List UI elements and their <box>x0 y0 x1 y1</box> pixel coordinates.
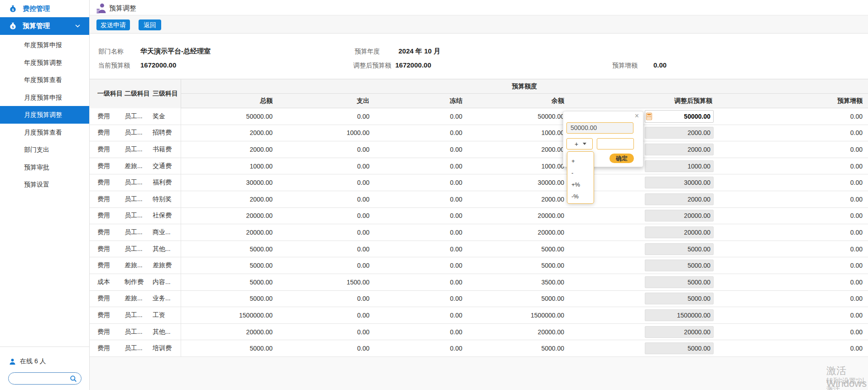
spent-cell: 0.00 <box>278 174 375 191</box>
adjusted-amount-input[interactable]: 50000.00 <box>645 110 714 123</box>
table-row: 费用员工...社保费20000.000.000.0020000.0020000.… <box>90 207 868 224</box>
current-budget-label: 当前预算额 <box>98 62 130 70</box>
level3-value: 工资 <box>153 311 181 319</box>
svg-text:$: $ <box>12 25 14 29</box>
level1-value: 费用 <box>97 195 125 203</box>
adjusted-amount-input[interactable]: 30000.00 <box>645 177 714 188</box>
adjusted-amount-input[interactable]: 5000.00 <box>645 260 714 271</box>
frozen-cell: 0.00 <box>375 340 468 357</box>
spent-cell: 0.00 <box>278 241 375 257</box>
spent-cell: 0.00 <box>278 307 375 324</box>
budget-info-panel: 部门名称 华天演示平台-总经理室 预算年度 2024 年 10 月 当前预算额 … <box>90 34 868 79</box>
adjusted-amount-input[interactable]: 5000.00 <box>645 243 714 255</box>
balance-cell: 5000.00 <box>468 340 570 357</box>
search-icon[interactable] <box>70 375 77 382</box>
spent-cell: 0.00 <box>278 158 375 174</box>
budget-adjust-icon <box>96 3 106 14</box>
col-header-total: 总额 <box>181 94 278 108</box>
sidebar-subitem[interactable]: 月度预算申报 <box>0 89 89 106</box>
adjusted-amount-input[interactable]: 1000.00 <box>645 160 714 172</box>
frozen-cell: 0.00 <box>375 323 468 340</box>
adjusted-amount-input[interactable]: 20000.00 <box>645 226 714 238</box>
sidebar-item-budget-management[interactable]: $ 预算管理 <box>0 17 89 35</box>
adjusted-amount-input[interactable]: 20000.00 <box>645 326 714 338</box>
level3-value: 奖金 <box>153 112 181 120</box>
send-application-button[interactable]: 发送申请 <box>96 19 130 30</box>
level2-value: 员工... <box>125 145 153 154</box>
sidebar-subitem[interactable]: 年度预算调整 <box>0 54 89 72</box>
sidebar-item-expense-control[interactable]: $ 费控管理 <box>0 0 89 17</box>
budget-year-label: 预算年度 <box>355 48 380 56</box>
table-row: 费用员工...其他...20000.000.000.0020000.002000… <box>90 323 868 340</box>
adjust-amount-input[interactable] <box>597 138 634 149</box>
operator-dropdown-menu: +-+%-% <box>567 151 594 204</box>
sidebar-subitem[interactable]: 预算设置 <box>0 176 89 193</box>
budget-quota-group-header: 预算额度 <box>181 79 868 94</box>
frozen-cell: 0.00 <box>375 141 468 158</box>
caret-down-icon <box>583 143 586 145</box>
sidebar-subitem[interactable]: 年度预算查看 <box>0 71 89 89</box>
chevron-down-icon <box>75 24 80 28</box>
adjusted-cell: 20000.00 <box>570 323 718 340</box>
search-input[interactable] <box>14 375 70 382</box>
adjusted-amount-input[interactable]: 5000.00 <box>645 342 714 354</box>
increase-cell: 0.00 <box>718 323 868 340</box>
adjusted-amount-input[interactable]: 2000.00 <box>645 144 714 155</box>
subject-cell: 费用差旅...差旅费 <box>90 257 181 274</box>
level2-value: 员工... <box>125 344 153 352</box>
subject-cell: 成本制作费内容... <box>90 274 181 290</box>
level3-value: 福利费 <box>153 178 181 187</box>
close-icon[interactable]: × <box>635 112 639 120</box>
operator-option[interactable]: + <box>567 155 594 167</box>
operator-option[interactable]: - <box>567 167 594 179</box>
total-cell: 1000.00 <box>181 158 278 174</box>
table-row: 费用员工...书籍费2000.000.000.002000.002000.000… <box>90 141 868 158</box>
level3-value: 其他... <box>153 328 181 336</box>
operator-option[interactable]: -% <box>567 191 594 202</box>
adjusted-amount-input[interactable]: 2000.00 <box>645 193 714 205</box>
adjusted-cell: 5000.00 <box>570 241 718 257</box>
page-title: 预算调整 <box>109 4 136 13</box>
subject-cell: 费用差旅...交通费 <box>90 158 181 174</box>
level1-value: 费用 <box>97 294 125 303</box>
balance-cell: 2000.00 <box>468 141 570 158</box>
balance-cell: 5000.00 <box>468 290 570 307</box>
subject-cell: 费用员工...商业... <box>90 224 181 241</box>
sidebar-subitem[interactable]: 月度预算调整 <box>0 106 89 124</box>
sidebar-item-label: 费控管理 <box>23 5 50 13</box>
budget-year-value: 2024 年 10 月 <box>398 47 441 56</box>
adjusted-amount-input[interactable]: 5000.00 <box>645 293 714 304</box>
operator-option[interactable]: +% <box>567 179 594 191</box>
operator-value: + <box>575 140 578 148</box>
increase-cell: 0.00 <box>718 340 868 357</box>
level2-value: 员工... <box>125 311 153 319</box>
total-cell: 1500000.00 <box>181 307 278 324</box>
balance-cell: 50000.00 <box>468 108 570 125</box>
operator-select[interactable]: + <box>566 138 593 149</box>
adjusted-amount-input[interactable]: 1500000.00 <box>645 309 714 321</box>
level1-value: 费用 <box>97 129 125 137</box>
sidebar-subitem[interactable]: 月度预算查看 <box>0 124 89 141</box>
adjusted-amount-input[interactable]: 5000.00 <box>645 276 714 288</box>
money-bag-icon: $ <box>9 22 17 30</box>
sidebar-subitem[interactable]: 预算审批 <box>0 159 89 176</box>
confirm-button[interactable]: 确定 <box>609 154 634 163</box>
level2-value: 差旅... <box>125 261 153 270</box>
balance-cell: 20000.00 <box>468 207 570 224</box>
total-cell: 5000.00 <box>181 290 278 307</box>
sidebar-subitem[interactable]: 年度预算申报 <box>0 36 89 54</box>
frozen-cell: 0.00 <box>375 241 468 257</box>
adjusted-amount-input[interactable]: 2000.00 <box>645 127 714 139</box>
level3-value: 书籍费 <box>153 145 181 154</box>
balance-cell: 2000.00 <box>468 191 570 207</box>
level2-value: 员工... <box>125 228 153 236</box>
adjusted-amount-input[interactable]: 20000.00 <box>645 210 714 221</box>
total-cell: 50000.00 <box>181 108 278 125</box>
increase-cell: 0.00 <box>718 158 868 174</box>
table-row: 费用员工...福利费30000.000.000.0030000.0030000.… <box>90 174 868 191</box>
base-amount-field[interactable]: 50000.00 <box>566 122 633 134</box>
frozen-cell: 0.00 <box>375 125 468 141</box>
back-button[interactable]: 返回 <box>139 19 161 30</box>
person-icon <box>9 358 16 365</box>
sidebar-subitem[interactable]: 部门支出 <box>0 141 89 159</box>
